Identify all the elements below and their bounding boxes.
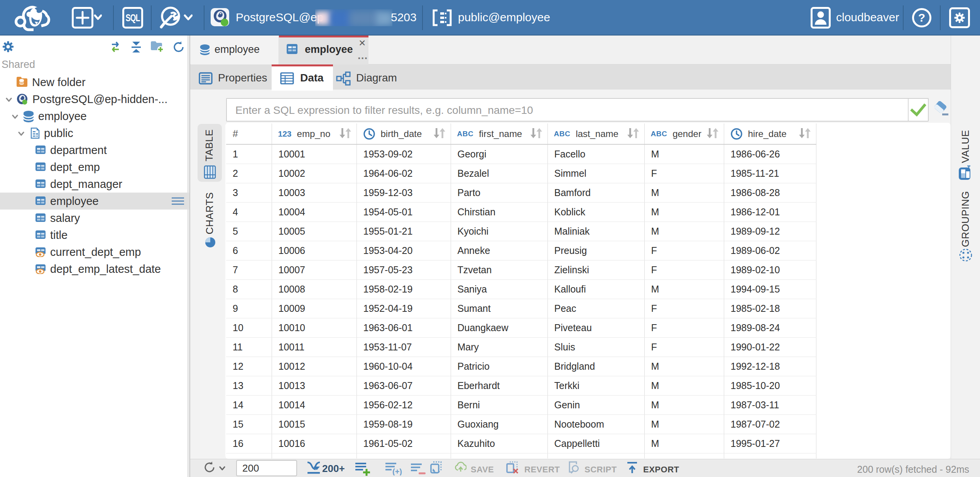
svg-text:?: ? <box>918 11 925 24</box>
svg-text:(+): (+) <box>392 467 402 475</box>
svg-text:SQL: SQL <box>125 12 140 24</box>
